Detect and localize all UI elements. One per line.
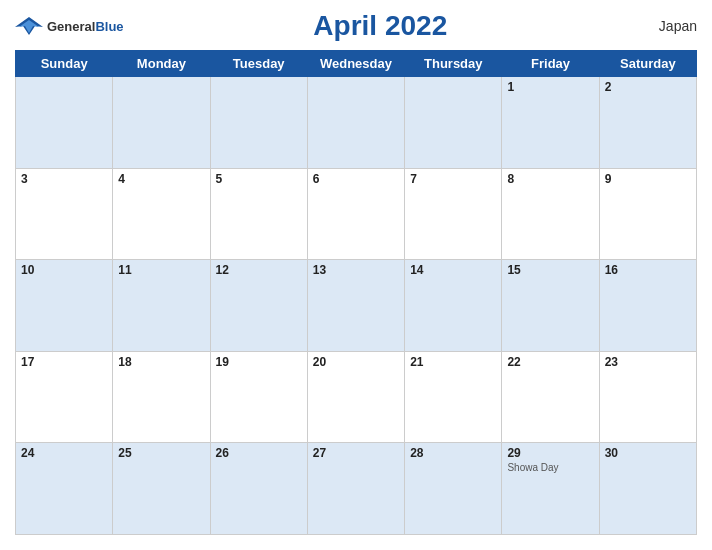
calendar-cell: 1 [502, 77, 599, 169]
day-number: 14 [410, 263, 496, 277]
calendar-cell [16, 77, 113, 169]
calendar-cell: 26 [210, 443, 307, 535]
calendar-cell: 23 [599, 351, 696, 443]
calendar-cell: 15 [502, 260, 599, 352]
calendar-cell: 30 [599, 443, 696, 535]
calendar-cell: 11 [113, 260, 210, 352]
logo-text: GeneralBlue [47, 17, 124, 35]
calendar-title: April 2022 [124, 10, 637, 42]
calendar-cell: 19 [210, 351, 307, 443]
day-number: 11 [118, 263, 204, 277]
calendar-cell: 5 [210, 168, 307, 260]
week-row: 3456789 [16, 168, 697, 260]
day-number: 1 [507, 80, 593, 94]
day-number: 6 [313, 172, 399, 186]
weekday-header-thursday: Thursday [405, 51, 502, 77]
day-number: 17 [21, 355, 107, 369]
day-number: 25 [118, 446, 204, 460]
calendar-cell: 24 [16, 443, 113, 535]
weekday-header-row: SundayMondayTuesdayWednesdayThursdayFrid… [16, 51, 697, 77]
calendar-table: SundayMondayTuesdayWednesdayThursdayFrid… [15, 50, 697, 535]
day-number: 4 [118, 172, 204, 186]
day-number: 15 [507, 263, 593, 277]
day-number: 10 [21, 263, 107, 277]
calendar-cell: 29Showa Day [502, 443, 599, 535]
day-number: 16 [605, 263, 691, 277]
day-number: 27 [313, 446, 399, 460]
calendar-cell: 3 [16, 168, 113, 260]
calendar-cell: 28 [405, 443, 502, 535]
calendar-cell: 10 [16, 260, 113, 352]
weekday-header-wednesday: Wednesday [307, 51, 404, 77]
day-number: 22 [507, 355, 593, 369]
calendar-cell: 6 [307, 168, 404, 260]
day-number: 18 [118, 355, 204, 369]
day-number: 20 [313, 355, 399, 369]
calendar-cell: 4 [113, 168, 210, 260]
weekday-header-sunday: Sunday [16, 51, 113, 77]
calendar-cell: 22 [502, 351, 599, 443]
calendar-cell: 12 [210, 260, 307, 352]
weekday-header-monday: Monday [113, 51, 210, 77]
calendar-cell: 16 [599, 260, 696, 352]
day-number: 19 [216, 355, 302, 369]
day-number: 3 [21, 172, 107, 186]
logo-bird-icon [15, 15, 43, 37]
calendar-cell [405, 77, 502, 169]
calendar-cell: 20 [307, 351, 404, 443]
logo-general: General [47, 19, 95, 34]
calendar-header: GeneralBlue April 2022 Japan [15, 10, 697, 42]
week-row: 10111213141516 [16, 260, 697, 352]
day-number: 12 [216, 263, 302, 277]
country-label: Japan [637, 18, 697, 34]
calendar-cell: 21 [405, 351, 502, 443]
calendar-cell: 25 [113, 443, 210, 535]
calendar-cell: 13 [307, 260, 404, 352]
calendar-cell: 14 [405, 260, 502, 352]
weekday-header-friday: Friday [502, 51, 599, 77]
calendar-cell: 2 [599, 77, 696, 169]
day-number: 8 [507, 172, 593, 186]
day-number: 28 [410, 446, 496, 460]
calendar-cell: 18 [113, 351, 210, 443]
day-number: 30 [605, 446, 691, 460]
calendar-cell: 7 [405, 168, 502, 260]
week-row: 17181920212223 [16, 351, 697, 443]
calendar-cell [307, 77, 404, 169]
calendar-cell: 17 [16, 351, 113, 443]
weekday-header-saturday: Saturday [599, 51, 696, 77]
day-number: 29 [507, 446, 593, 460]
day-number: 21 [410, 355, 496, 369]
day-event: Showa Day [507, 462, 593, 473]
weekday-header-tuesday: Tuesday [210, 51, 307, 77]
day-number: 5 [216, 172, 302, 186]
calendar-cell: 9 [599, 168, 696, 260]
calendar-cell: 8 [502, 168, 599, 260]
day-number: 9 [605, 172, 691, 186]
calendar-cell: 27 [307, 443, 404, 535]
calendar-cell [210, 77, 307, 169]
svg-marker-1 [19, 20, 39, 33]
week-row: 12 [16, 77, 697, 169]
day-number: 2 [605, 80, 691, 94]
week-row: 242526272829Showa Day30 [16, 443, 697, 535]
logo-blue: Blue [95, 19, 123, 34]
day-number: 26 [216, 446, 302, 460]
day-number: 13 [313, 263, 399, 277]
day-number: 23 [605, 355, 691, 369]
calendar-cell [113, 77, 210, 169]
day-number: 7 [410, 172, 496, 186]
day-number: 24 [21, 446, 107, 460]
logo: GeneralBlue [15, 15, 124, 37]
